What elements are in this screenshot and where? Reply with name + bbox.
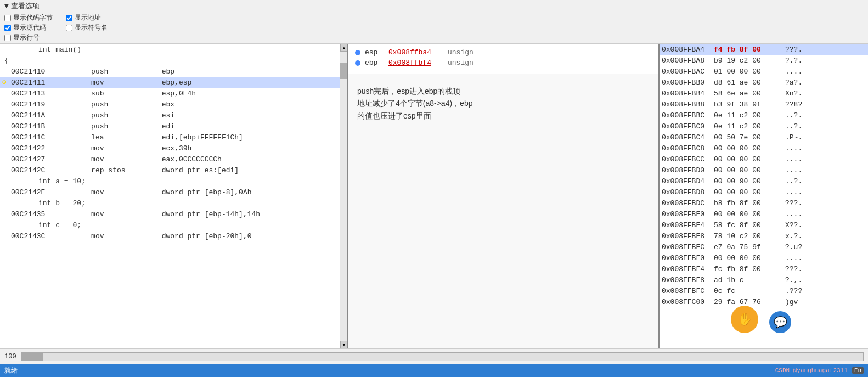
- disasm-row[interactable]: 00C2141Cleaedi,[ebp+FFFFFF1Ch]: [0, 132, 347, 143]
- mem-ascii-cell: ?.u?: [785, 243, 802, 251]
- addr-cell: 00C21413: [9, 88, 89, 99]
- disasm-row[interactable]: 00C2141Bpushedi: [0, 121, 347, 132]
- scroll-down-arrow[interactable]: ▼: [340, 341, 348, 348]
- mem-addr-cell: 0x008FFBF8: [662, 276, 714, 284]
- mem-ascii-cell: ....: [785, 155, 802, 164]
- mem-bytes-cell: 00 00 00 00: [714, 254, 785, 262]
- mnemonic-cell: mov: [89, 77, 160, 88]
- disasm-row[interactable]: 00C21413subesp,0E4h: [0, 88, 347, 99]
- collapse-icon[interactable]: ▼: [4, 2, 9, 10]
- arrow-cell: [0, 230, 9, 241]
- memory-row[interactable]: 0x008FFBF4fc fb 8f 00 ???.: [660, 263, 868, 274]
- mem-bytes-cell: 0e 11 c2 00: [714, 122, 785, 131]
- mem-addr-cell: 0x008FFBE4: [662, 221, 714, 229]
- arrow-cell: [0, 154, 9, 165]
- mem-ascii-cell: ....: [785, 67, 802, 76]
- h-scrollbar-thumb[interactable]: [21, 353, 43, 361]
- mem-addr-cell: 0x008FFBA8: [662, 57, 714, 65]
- memory-row[interactable]: 0x008FFBD800 00 00 00 ....: [660, 187, 868, 198]
- memory-row[interactable]: 0x008FFBF000 00 00 00 ....: [660, 252, 868, 263]
- operands-cell: edi,[ebp+FFFFFF1Ch]: [160, 132, 347, 143]
- disasm-row[interactable]: 00C21422movecx,39h: [0, 143, 347, 154]
- mnemonic-cell: mov: [89, 209, 160, 220]
- mem-addr-cell: 0x008FFBF4: [662, 265, 714, 273]
- show-code-bytes-checkbox[interactable]: 显示代码字节: [4, 13, 53, 22]
- disasm-row[interactable]: {: [0, 55, 347, 66]
- scroll-up-arrow[interactable]: ▲: [340, 44, 348, 52]
- disasm-row[interactable]: 00C21419pushebx: [0, 99, 347, 110]
- memory-row[interactable]: 0x008FFBF8ad 1b c ?.,.: [660, 274, 868, 285]
- reg-esp-value[interactable]: 0x008ffba4: [388, 48, 443, 57]
- arrow-cell: [0, 121, 9, 132]
- disasm-row[interactable]: 00C2141Apushesi: [0, 110, 347, 121]
- memory-row[interactable]: 0x008FFBC800 00 00 00 ....: [660, 143, 868, 154]
- memory-row[interactable]: 0x008FFBDCb8 fb 8f 00 ???.: [660, 198, 868, 209]
- chat-icon[interactable]: 💬: [769, 311, 791, 333]
- addr-cell: 00C2143C: [9, 230, 89, 241]
- memory-row[interactable]: 0x008FFBB0d8 61 ae 00 ?a?.: [660, 77, 868, 88]
- disasm-row[interactable]: 00C2142Emovdword ptr [ebp-8],0Ah: [0, 187, 347, 198]
- memory-row[interactable]: 0x008FFC0029 fa 67 76 )gv: [660, 296, 868, 307]
- show-symbols-checkbox[interactable]: 显示符号名: [66, 23, 114, 32]
- memory-row[interactable]: 0x008FFBC00e 11 c2 00 ..?.: [660, 121, 868, 132]
- memory-row[interactable]: 0x008FFBFC0c fc .???: [660, 285, 868, 296]
- mem-ascii-cell: X??.: [785, 221, 802, 229]
- mnemonic-cell: push: [89, 110, 160, 121]
- annotation-text: push完后，esp进入ebp的栈顶 地址减少了4个字节(a8->a4)，ebp…: [357, 85, 472, 122]
- addr-cell: 00C21427: [9, 154, 89, 165]
- mem-addr-cell: 0x008FFBDC: [662, 199, 714, 207]
- memory-row[interactable]: 0x008FFBB8b3 9f 38 9f ??8?: [660, 99, 868, 110]
- disasm-row[interactable]: int a = 10;: [0, 176, 347, 187]
- memory-row[interactable]: 0x008FFBBC0e 11 c2 00 ..?.: [660, 110, 868, 121]
- scroll-track[interactable]: [340, 52, 347, 341]
- disasm-scrollbar[interactable]: ▲ ▼: [340, 44, 347, 348]
- memory-row[interactable]: 0x008FFBCC00 00 00 00 ....: [660, 154, 868, 165]
- options-title-text: 查看选项: [11, 1, 40, 11]
- scroll-thumb[interactable]: [340, 63, 347, 79]
- arrow-cell: [0, 143, 9, 154]
- memory-row[interactable]: 0x008FFBECe7 0a 75 9f ?.u?: [660, 241, 868, 252]
- disasm-row[interactable]: 00C21427moveax,0CCCCCCCCh: [0, 154, 347, 165]
- operands-cell: edi: [160, 121, 347, 132]
- memory-row[interactable]: 0x008FFBA4f4 fb 8f 00 ???.: [660, 44, 868, 55]
- mem-addr-cell: 0x008FFBE0: [662, 210, 714, 218]
- disasm-row[interactable]: 00C2143Cmovdword ptr [ebp-20h],0: [0, 230, 347, 241]
- disasm-row[interactable]: 00C21410pushebp: [0, 66, 347, 77]
- memory-row[interactable]: 0x008FFBD400 00 90 00 ..?.: [660, 176, 868, 187]
- show-address-checkbox[interactable]: 显示地址: [66, 13, 114, 22]
- operands-cell: eax,0CCCCCCCCh: [160, 154, 347, 165]
- show-lineno-checkbox[interactable]: 显示行号: [4, 33, 53, 42]
- memory-pane[interactable]: 0x008FFBA4f4 fb 8f 00 ???.0x008FFBA8b9 1…: [660, 44, 868, 348]
- show-symbols-input[interactable]: [66, 25, 72, 31]
- arrow-cell: [0, 187, 9, 198]
- disasm-table: int main() {00C21410pushebp⊙00C21411move…: [0, 44, 347, 241]
- disasm-row[interactable]: 00C2142Crep stosdword ptr es:[edi]: [0, 165, 347, 176]
- show-symbols-label: 显示符号名: [75, 23, 108, 32]
- disasm-row[interactable]: 00C21435movdword ptr [ebp-14h],14h: [0, 209, 347, 220]
- memory-row[interactable]: 0x008FFBA8b9 19 c2 00 ?.?.: [660, 55, 868, 66]
- show-lineno-input[interactable]: [4, 35, 11, 41]
- memory-row[interactable]: 0x008FFBE000 00 00 00 ....: [660, 209, 868, 220]
- mnemonic-cell: mov: [89, 154, 160, 165]
- memory-row[interactable]: 0x008FFBE878 10 c2 00 x.?.: [660, 230, 868, 241]
- disasm-row[interactable]: int main(): [0, 44, 347, 55]
- memory-row[interactable]: 0x008FFBE458 fc 8f 00 X??.: [660, 220, 868, 230]
- hand-raise-icon[interactable]: ✋: [731, 306, 758, 333]
- annotation-line2: 地址减少了4个字节(a8->a4)，ebp: [357, 97, 472, 109]
- memory-row[interactable]: 0x008FFBAC01 00 00 00 ....: [660, 66, 868, 77]
- disasm-row[interactable]: ⊙00C21411movebp,esp: [0, 77, 347, 88]
- memory-row[interactable]: 0x008FFBC400 50 7e 00 .P~.: [660, 132, 868, 143]
- memory-row[interactable]: 0x008FFBD000 00 00 00 ....: [660, 165, 868, 176]
- memory-row[interactable]: 0x008FFBB458 6e ae 00 Xn?.: [660, 88, 868, 99]
- show-code-bytes-input[interactable]: [4, 15, 11, 21]
- show-source-checkbox[interactable]: 显示源代码: [4, 23, 53, 32]
- disasm-row[interactable]: int c = 0;: [0, 220, 347, 230]
- addr-cell: 00C21422: [9, 143, 89, 154]
- horizontal-scrollbar[interactable]: [21, 352, 864, 361]
- mem-bytes-cell: 0c fc: [714, 287, 785, 295]
- show-address-input[interactable]: [66, 15, 72, 21]
- reg-ebp-value[interactable]: 0x008ffbf4: [388, 59, 443, 67]
- show-source-input[interactable]: [4, 25, 11, 31]
- disasm-row[interactable]: int b = 20;: [0, 198, 347, 209]
- disasm-scroll[interactable]: int main() {00C21410pushebp⊙00C21411move…: [0, 44, 347, 348]
